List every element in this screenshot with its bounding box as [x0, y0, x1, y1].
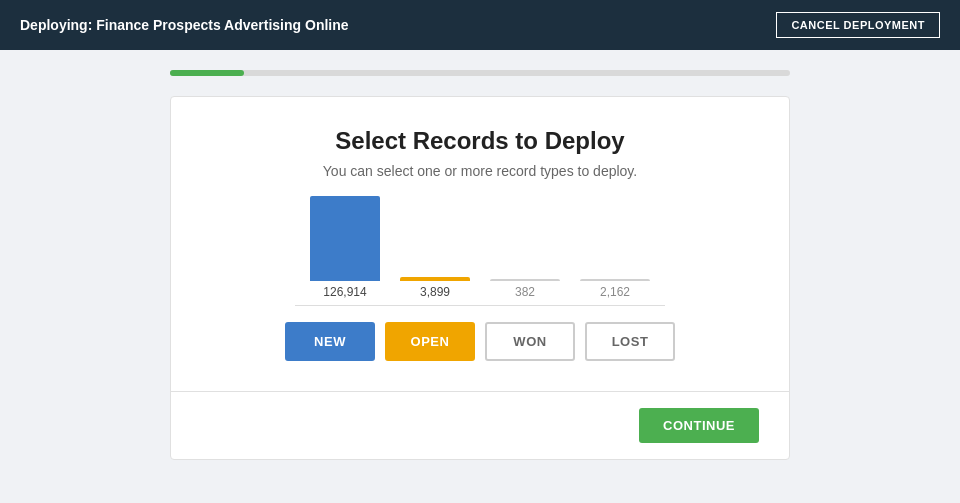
- chart-baseline: [295, 305, 665, 306]
- bar-won: [490, 279, 560, 281]
- bar-open: [400, 277, 470, 281]
- app-header: Deploying: Finance Prospects Advertising…: [0, 0, 960, 50]
- bar-group-won: 382: [480, 279, 570, 299]
- deploy-prefix: Deploying:: [20, 17, 96, 33]
- bar-count-new: 126,914: [323, 285, 366, 299]
- bar-group-new: 126,914: [300, 196, 390, 299]
- record-btn-won[interactable]: WON: [485, 322, 575, 361]
- progress-bar-container: [170, 70, 790, 76]
- bar-group-lost: 2,162: [570, 279, 660, 299]
- deploy-title: Deploying: Finance Prospects Advertising…: [20, 17, 349, 33]
- bar-lost: [580, 279, 650, 281]
- bar-chart: 126,9143,8993822,162: [201, 209, 759, 299]
- bar-count-won: 382: [515, 285, 535, 299]
- main-content: Select Records to Deploy You can select …: [0, 50, 960, 480]
- card-title: Select Records to Deploy: [201, 127, 759, 155]
- record-btn-open[interactable]: OPEN: [385, 322, 475, 361]
- bar-group-open: 3,899: [390, 277, 480, 299]
- record-type-buttons: NEWOPENWONLOST: [201, 322, 759, 361]
- deploy-name: Finance Prospects Advertising Online: [96, 17, 348, 33]
- bar-count-open: 3,899: [420, 285, 450, 299]
- cancel-deployment-button[interactable]: CANCEL DEPLOYMENT: [776, 12, 940, 38]
- card-subtitle: You can select one or more record types …: [201, 163, 759, 179]
- continue-button[interactable]: CONTINUE: [639, 408, 759, 443]
- record-btn-lost[interactable]: LOST: [585, 322, 675, 361]
- card-footer: CONTINUE: [171, 391, 789, 459]
- progress-bar-fill: [170, 70, 244, 76]
- bar-count-lost: 2,162: [600, 285, 630, 299]
- deploy-card: Select Records to Deploy You can select …: [170, 96, 790, 460]
- bar-new: [310, 196, 380, 281]
- record-btn-new[interactable]: NEW: [285, 322, 375, 361]
